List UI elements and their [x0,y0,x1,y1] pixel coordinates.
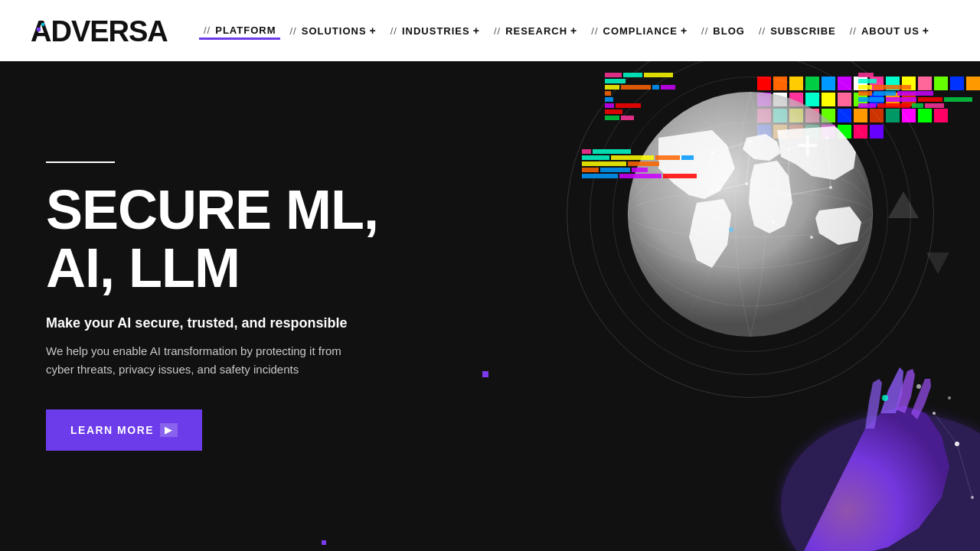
svg-point-23 [745,182,748,185]
svg-point-36 [882,395,888,401]
svg-point-20 [787,148,790,151]
nav-item-blog[interactable]: // BLOG [697,22,750,40]
hero-section: + [0,0,980,551]
svg-point-33 [948,396,951,399]
bottom-accent-square [322,540,326,545]
hand-visual [689,260,980,551]
hero-subtitle: Make your AI secure, trusted, and respon… [46,315,413,331]
nav-item-platform[interactable]: // PLATFORM [199,21,280,40]
hero-content: SECURE ML, AI, LLM Make your AI secure, … [0,116,459,497]
svg-rect-1 [37,28,41,31]
svg-point-18 [710,152,714,155]
svg-point-25 [829,186,832,189]
svg-point-19 [749,140,752,143]
nav-item-compliance[interactable]: // COMPLIANCE + [586,21,692,40]
hero-divider-line [46,161,115,163]
svg-point-27 [772,220,775,223]
svg-point-28 [810,236,813,239]
glitch-bars-mid [582,149,697,178]
svg-point-22 [710,190,714,193]
nav-item-industries[interactable]: // INDUSTRIES + [386,21,485,40]
svg-point-26 [729,227,733,232]
small-square-accent [482,371,488,377]
svg-rect-2 [41,23,44,26]
logo[interactable]: ADVERSA [31,14,168,48]
navigation: ADVERSA // PLATFORM // SOLUTIONS + // IN… [0,0,980,61]
nav-item-research[interactable]: // RESEARCH + [489,21,582,40]
learn-more-button[interactable]: LEARN MORE ▶ [46,409,202,451]
glitch-bars-right [858,73,972,108]
cta-label: LEARN MORE [70,424,154,436]
nav-item-about-us[interactable]: // ABOUT US + [845,21,934,40]
glitch-bars-left [605,73,675,120]
cta-arrow-icon: ▶ [160,423,178,437]
svg-point-21 [825,136,828,139]
hero-description: We help you enable AI transformation by … [46,342,368,379]
hero-title: SECURE ML, AI, LLM [46,181,413,297]
svg-text:ADVERSA: ADVERSA [31,15,168,47]
svg-point-24 [787,194,790,197]
svg-point-37 [916,384,921,389]
nav-links: // PLATFORM // SOLUTIONS + // INDUSTRIES… [199,21,949,40]
triangle-decoration-1 [888,191,919,218]
triangle-decoration-2 [926,253,949,274]
plus-decoration: + [796,122,819,168]
nav-item-subscribe[interactable]: // SUBSCRIBE [754,22,841,40]
nav-item-solutions[interactable]: // SOLUTIONS + [285,21,381,40]
